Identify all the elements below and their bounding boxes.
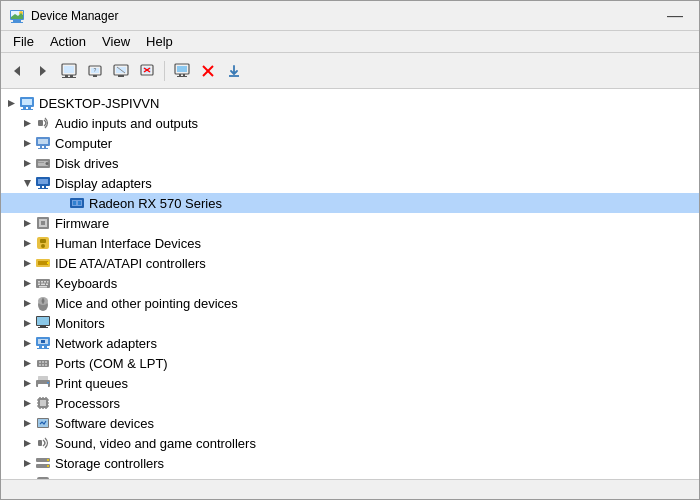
- hid-icon: [35, 235, 51, 251]
- forward-button[interactable]: [31, 59, 55, 83]
- tree-item-radeon[interactable]: Radeon RX 570 Series: [1, 193, 699, 213]
- svg-rect-111: [38, 384, 48, 389]
- svg-marker-38: [24, 120, 31, 127]
- window-title: Device Manager: [31, 9, 118, 23]
- ports-expander[interactable]: [19, 353, 35, 373]
- firmware-icon: [35, 215, 51, 231]
- system-icon: [35, 475, 51, 479]
- disable-button[interactable]: [109, 59, 133, 83]
- disk-label: Disk drives: [55, 156, 119, 171]
- svg-marker-32: [8, 100, 15, 107]
- update-driver-button[interactable]: ?: [83, 59, 107, 83]
- svg-point-104: [45, 361, 47, 363]
- svg-rect-55: [44, 186, 46, 188]
- system-expander[interactable]: [19, 473, 35, 479]
- svg-rect-67: [40, 239, 46, 243]
- svg-rect-42: [38, 139, 48, 144]
- tree-item-sound[interactable]: Sound, video and game controllers: [1, 433, 699, 453]
- svg-rect-71: [38, 261, 48, 265]
- tree-item-display[interactable]: Display adapters: [1, 173, 699, 193]
- root-label: DESKTOP-JSPIVVN: [39, 96, 159, 111]
- print-expander[interactable]: [19, 373, 35, 393]
- tree-item-computer[interactable]: Computer: [1, 133, 699, 153]
- tree-item-keyboards[interactable]: Keyboards: [1, 273, 699, 293]
- mice-expander[interactable]: [19, 293, 35, 313]
- tree-item-hid[interactable]: Human Interface Devices: [1, 233, 699, 253]
- svg-rect-26: [179, 74, 181, 76]
- remove-button[interactable]: [196, 59, 220, 83]
- svg-point-68: [41, 244, 45, 248]
- keyboards-label: Keyboards: [55, 276, 117, 291]
- tree-item-processors[interactable]: Processors: [1, 393, 699, 413]
- tree-item-ports[interactable]: Ports (COM & LPT): [1, 353, 699, 373]
- tree-item-ide[interactable]: IDE ATA/ATAPI controllers: [1, 253, 699, 273]
- menu-help[interactable]: Help: [138, 32, 181, 51]
- tree-root[interactable]: DESKTOP-JSPIVVN: [1, 93, 699, 113]
- svg-rect-28: [177, 76, 187, 77]
- ports-label: Ports (COM & LPT): [55, 356, 168, 371]
- svg-rect-39: [38, 120, 43, 126]
- ide-label: IDE ATA/ATAPI controllers: [55, 256, 206, 271]
- storage-expander[interactable]: [19, 453, 35, 473]
- svg-rect-27: [183, 74, 185, 76]
- tree-item-firmware[interactable]: Firmware: [1, 213, 699, 233]
- root-expander[interactable]: [3, 93, 19, 113]
- properties-button[interactable]: [57, 59, 81, 83]
- display-expander[interactable]: [19, 173, 35, 193]
- hid-expander[interactable]: [19, 233, 35, 253]
- ide-expander[interactable]: [19, 253, 35, 273]
- tree-item-network[interactable]: Network adapters: [1, 333, 699, 353]
- svg-rect-37: [21, 109, 33, 110]
- svg-rect-25: [177, 66, 187, 72]
- svg-rect-90: [37, 317, 49, 325]
- ports-icon: [35, 355, 51, 371]
- svg-rect-64: [41, 221, 45, 225]
- svg-rect-54: [40, 186, 42, 188]
- toolbar-separator-1: [164, 61, 165, 81]
- computer-expander[interactable]: [19, 133, 35, 153]
- tree-item-audio[interactable]: Audio inputs and outputs: [1, 113, 699, 133]
- tree-item-disk[interactable]: Disk drives: [1, 153, 699, 173]
- svg-rect-2: [11, 22, 23, 23]
- tree-item-monitors[interactable]: Monitors: [1, 313, 699, 333]
- svg-marker-128: [24, 420, 31, 427]
- scan-hardware-button[interactable]: [170, 59, 194, 83]
- minimize-button[interactable]: —: [659, 8, 691, 24]
- monitor-icon: [35, 315, 51, 331]
- menu-view[interactable]: View: [94, 32, 138, 51]
- display-icon: [35, 175, 51, 191]
- svg-rect-75: [38, 281, 40, 283]
- sound-expander[interactable]: [19, 433, 35, 453]
- svg-rect-14: [93, 75, 97, 77]
- menu-action[interactable]: Action: [42, 32, 94, 51]
- tree-item-storage[interactable]: Storage controllers: [1, 453, 699, 473]
- disk-expander[interactable]: [19, 153, 35, 173]
- print-label: Print queues: [55, 376, 128, 391]
- back-button[interactable]: [5, 59, 29, 83]
- svg-rect-139: [37, 477, 49, 479]
- processors-expander[interactable]: [19, 393, 35, 413]
- tree-item-software[interactable]: Software devices: [1, 413, 699, 433]
- svg-marker-61: [24, 220, 31, 227]
- computer-label: Computer: [55, 136, 112, 151]
- audio-expander[interactable]: [19, 113, 35, 133]
- tree-item-print[interactable]: Print queues: [1, 373, 699, 393]
- toolbar: ?: [1, 53, 699, 89]
- menu-file[interactable]: File: [5, 32, 42, 51]
- tree-item-mice[interactable]: Mice and other pointing devices: [1, 293, 699, 313]
- software-expander[interactable]: [19, 413, 35, 433]
- software-label: Software devices: [55, 416, 154, 431]
- svg-rect-72: [47, 262, 49, 264]
- svg-rect-82: [39, 286, 47, 288]
- keyboards-expander[interactable]: [19, 273, 35, 293]
- uninstall-button[interactable]: [135, 59, 159, 83]
- monitors-expander[interactable]: [19, 313, 35, 333]
- svg-point-103: [42, 361, 44, 363]
- firmware-expander[interactable]: [19, 213, 35, 233]
- menu-bar: File Action View Help: [1, 31, 699, 53]
- svg-marker-100: [24, 360, 31, 367]
- svg-rect-91: [40, 326, 46, 327]
- download-button[interactable]: [222, 59, 246, 83]
- network-expander[interactable]: [19, 333, 35, 353]
- svg-rect-92: [38, 327, 48, 328]
